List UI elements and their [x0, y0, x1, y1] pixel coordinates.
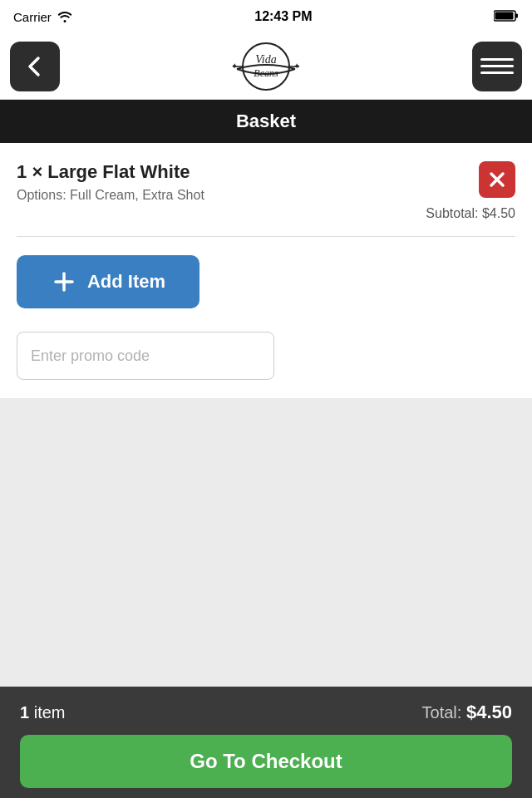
- menu-line-2: [480, 65, 514, 67]
- cart-item-info: 1 × Large Flat White Options: Full Cream…: [17, 161, 204, 203]
- battery-icon: [494, 9, 519, 25]
- promo-section: [0, 327, 532, 398]
- svg-text:✦: ✦: [231, 62, 238, 71]
- svg-text:Beans: Beans: [254, 67, 278, 79]
- cart-item-name: 1 × Large Flat White: [17, 161, 204, 183]
- svg-text:✦: ✦: [293, 62, 300, 71]
- section-header: Basket: [0, 100, 532, 143]
- back-button[interactable]: [10, 42, 60, 91]
- menu-line-3: [480, 71, 514, 74]
- menu-button[interactable]: [472, 42, 522, 91]
- add-item-section: Add Item: [0, 237, 532, 327]
- svg-rect-2: [495, 12, 514, 19]
- status-bar-right: [494, 9, 519, 25]
- svg-text:Vida: Vida: [255, 53, 276, 66]
- bottom-summary: 1 item Total: $4.50: [20, 702, 512, 723]
- remove-item-button[interactable]: [479, 161, 515, 198]
- time-display: 12:43 PM: [254, 9, 312, 24]
- wifi-icon: [57, 9, 73, 25]
- logo: Vida Beans ✦ ✦: [229, 37, 303, 96]
- bottom-bar: 1 item Total: $4.50 Go To Checkout: [0, 687, 532, 798]
- checkout-button[interactable]: Go To Checkout: [20, 735, 512, 788]
- nav-bar: Vida Beans ✦ ✦: [0, 33, 532, 100]
- checkout-label: Go To Checkout: [190, 750, 342, 773]
- main-content: 1 × Large Flat White Options: Full Cream…: [0, 143, 532, 398]
- status-bar-left: Carrier: [13, 9, 73, 25]
- cart-item-subtotal: Subtotal: $4.50: [426, 206, 515, 221]
- section-title: Basket: [236, 111, 296, 132]
- carrier-label: Carrier: [13, 10, 52, 24]
- cart-item-options: Options: Full Cream, Extra Shot: [17, 188, 204, 203]
- status-bar: Carrier 12:43 PM: [0, 0, 532, 33]
- promo-code-input[interactable]: [17, 332, 274, 380]
- item-count: 1 item: [20, 703, 65, 722]
- cart-item: 1 × Large Flat White Options: Full Cream…: [0, 143, 532, 236]
- add-item-button[interactable]: Add Item: [17, 255, 200, 308]
- add-item-label: Add Item: [87, 271, 165, 293]
- svg-rect-1: [515, 13, 518, 17]
- plus-icon: [51, 268, 77, 295]
- total-display: Total: $4.50: [422, 702, 512, 723]
- cart-item-right: Subtotal: $4.50: [426, 161, 515, 221]
- menu-line-1: [480, 58, 514, 61]
